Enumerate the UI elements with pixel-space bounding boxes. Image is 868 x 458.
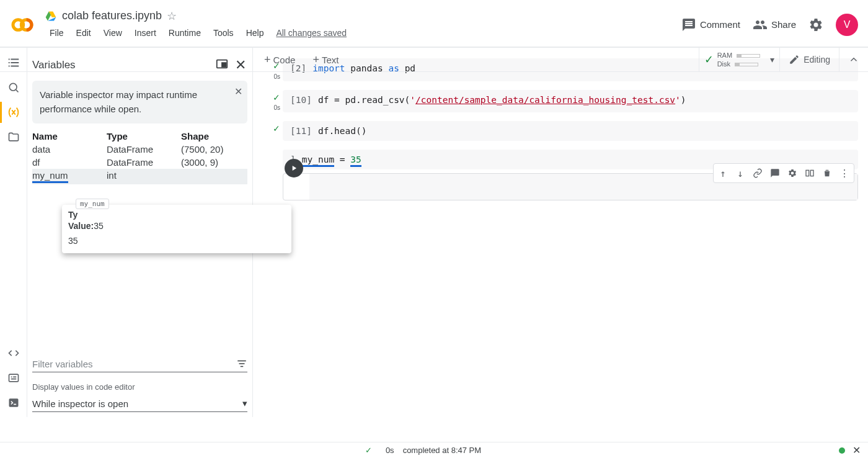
command-palette-icon[interactable] — [7, 371, 20, 385]
display-values-label: Display values in code editor — [32, 382, 247, 392]
display-values-select[interactable]: While inspector is open ▾ — [32, 395, 247, 412]
code-snippets-icon[interactable] — [7, 346, 20, 360]
variable-tooltip: my_num Ty Value:35 35 — [62, 205, 291, 253]
avatar[interactable]: V — [836, 14, 858, 36]
svg-rect-4 — [9, 398, 18, 406]
editing-mode-button[interactable]: Editing — [779, 48, 839, 71]
run-cell-button[interactable] — [285, 159, 303, 177]
variable-row[interactable]: my_num int — [32, 169, 247, 184]
gear-icon — [808, 17, 823, 32]
close-status-icon[interactable]: ✕ — [852, 444, 861, 456]
exec-count: [11] — [290, 126, 312, 136]
notebook-title[interactable]: colab features.ipynb — [62, 9, 162, 22]
star-icon[interactable]: ☆ — [167, 9, 177, 23]
ram-bar — [737, 54, 760, 58]
comment-icon — [681, 17, 696, 32]
more-icon[interactable]: ⋮ — [836, 165, 852, 181]
left-rail — [0, 47, 27, 417]
files-icon[interactable] — [7, 130, 20, 144]
filter-icon[interactable] — [236, 358, 247, 369]
code-cell[interactable]: ✓0s [10] df = pd.read_csv('/content/samp… — [263, 90, 858, 113]
svg-rect-7 — [806, 171, 809, 176]
menu-view[interactable]: View — [99, 25, 127, 40]
tooltip-chip: my_num — [76, 199, 109, 209]
status-bar: ✓ 0s completed at 8:47 PM ✕ — [0, 442, 868, 458]
runtime-menu-caret[interactable]: ▾ — [765, 55, 779, 65]
cell-toolbar: ↑ ↓ ⋮ — [713, 163, 854, 183]
pencil-icon — [789, 54, 800, 65]
check-icon: ✓ — [273, 123, 280, 133]
variables-header-row: Name Type Shape — [32, 130, 247, 143]
chevron-down-icon: ▾ — [242, 398, 247, 409]
connection-status-icon — [839, 447, 845, 454]
runtime-status[interactable]: ✓ RAM Disk — [699, 48, 766, 71]
delete-cell-icon[interactable] — [819, 165, 835, 181]
variable-row[interactable]: df DataFrame (3000, 9) — [32, 156, 247, 169]
move-up-icon[interactable]: ↑ — [715, 165, 731, 181]
add-code-button[interactable]: +Code — [258, 51, 301, 69]
disk-bar — [735, 63, 758, 66]
menu-edit[interactable]: Edit — [71, 25, 96, 40]
menu-help[interactable]: Help — [241, 25, 269, 40]
link-icon[interactable] — [750, 165, 766, 181]
drive-icon — [45, 10, 57, 22]
svg-rect-3 — [9, 374, 18, 382]
check-icon: ✓ — [273, 92, 280, 102]
add-text-button[interactable]: +Text — [306, 51, 345, 69]
comment-cell-icon[interactable] — [767, 165, 783, 181]
close-warning-icon[interactable]: ✕ — [234, 84, 242, 99]
share-icon — [753, 17, 768, 32]
mirror-cell-icon[interactable] — [802, 165, 818, 181]
filter-variables-field[interactable] — [32, 356, 247, 372]
colab-logo-icon — [10, 12, 35, 37]
code-cell[interactable]: ✓ [11] df.head() — [263, 121, 858, 141]
notebook-area: ✓0s [2] import pandas as pd ✓0s [10] df … — [253, 47, 868, 417]
exec-count: [10] — [290, 95, 312, 105]
code-cell-active[interactable]: ↑ ↓ ⋮ — [263, 173, 858, 200]
filter-input[interactable] — [32, 359, 236, 369]
save-status[interactable]: All changes saved — [276, 28, 347, 38]
settings-button[interactable] — [808, 17, 823, 32]
check-icon: ✓ — [704, 53, 714, 66]
menu-runtime[interactable]: Runtime — [164, 25, 206, 40]
code-content: my_num = 35 — [302, 155, 361, 164]
move-down-icon[interactable]: ↓ — [732, 165, 748, 181]
code-content: df.head() — [318, 126, 367, 136]
share-button[interactable]: Share — [753, 17, 796, 32]
comment-button[interactable]: Comment — [681, 17, 740, 32]
menu-file[interactable]: File — [45, 25, 69, 40]
svg-point-2 — [9, 83, 17, 91]
variable-row[interactable]: data DataFrame (7500, 20) — [32, 143, 247, 156]
warning-box: Variable inspector may impact runtime pe… — [32, 81, 247, 123]
cell-settings-icon[interactable] — [784, 165, 800, 181]
menu-insert[interactable]: Insert — [130, 25, 161, 40]
search-icon[interactable] — [7, 81, 20, 94]
code-content: df = pd.read_csv('/content/sample_data/c… — [318, 95, 686, 105]
menu-tools[interactable]: Tools — [208, 25, 239, 40]
collapse-toolbar-button[interactable] — [839, 48, 868, 71]
svg-rect-8 — [810, 171, 813, 176]
menubar: File Edit View Insert Runtime Tools Help… — [45, 25, 681, 40]
header: colab features.ipynb ☆ File Edit View In… — [0, 0, 868, 47]
variables-icon[interactable] — [7, 106, 20, 119]
check-icon: ✓ — [365, 446, 372, 455]
terminal-icon[interactable] — [7, 396, 20, 410]
